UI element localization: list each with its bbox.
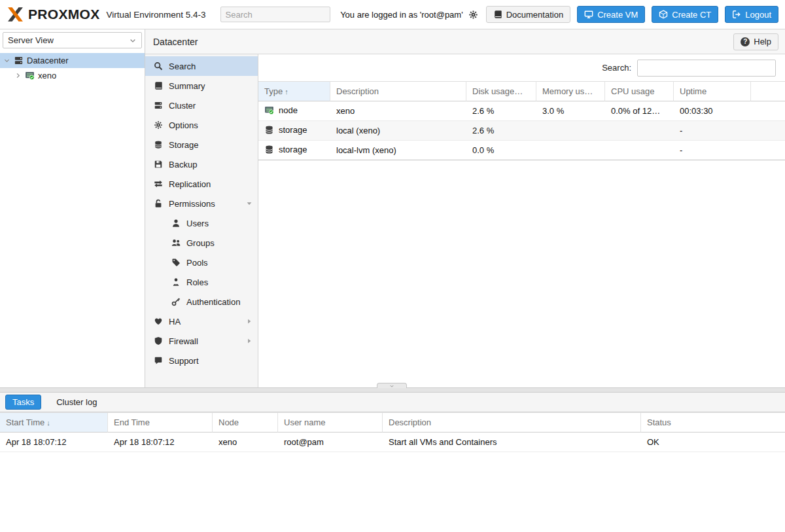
column-header-start-time[interactable]: Start Time ↓ xyxy=(0,412,108,433)
menu-item-label: Users xyxy=(186,219,209,228)
question-circle-icon: ? xyxy=(741,37,750,46)
content-header: Datacenter ? Help xyxy=(145,29,785,54)
resource-row-local-xeno[interactable]: storagelocal (xeno)2.6 %- xyxy=(258,121,785,141)
tasks-table: Start Time ↓End TimeNodeUser nameDescrip… xyxy=(0,412,785,452)
breadcrumb: Datacenter xyxy=(153,37,198,47)
menu-item-ha[interactable]: HA xyxy=(145,311,258,331)
caret-down-icon[interactable] xyxy=(245,200,253,207)
retweet-icon xyxy=(154,179,163,188)
key-icon xyxy=(171,297,181,306)
login-status-text: You are logged in as 'root@pam' xyxy=(340,10,463,20)
expander-icon[interactable] xyxy=(3,57,10,64)
gear-icon xyxy=(154,120,163,130)
menu-item-storage[interactable]: Storage xyxy=(145,135,258,154)
brand-text: PROXMOX xyxy=(28,7,99,22)
menu-item-label: Firewall xyxy=(169,336,198,346)
menu-item-options[interactable]: Options xyxy=(145,115,258,135)
resources-table: Type ↑DescriptionDisk usage…Memory us…CP… xyxy=(258,81,785,160)
menu-item-support[interactable]: Support xyxy=(145,351,258,370)
menu-item-label: Groups xyxy=(186,238,215,248)
book-icon xyxy=(493,10,502,19)
expander-icon[interactable] xyxy=(14,72,22,79)
cube-icon xyxy=(659,10,668,19)
content-panel: Datacenter ? Help Search Summary Cluster… xyxy=(145,29,785,387)
menu-item-pools[interactable]: Pools xyxy=(145,253,258,272)
tasks-header-row: Start Time ↓End TimeNodeUser nameDescrip… xyxy=(0,412,785,433)
column-header-disk-usage[interactable]: Disk usage… xyxy=(466,81,536,101)
menu-item-firewall[interactable]: Firewall xyxy=(145,331,258,351)
help-button[interactable]: ? Help xyxy=(733,33,778,50)
menu-item-replication[interactable]: Replication xyxy=(145,174,258,194)
column-header-uptime[interactable]: Uptime xyxy=(674,81,751,101)
menu-item-summary[interactable]: Summary xyxy=(145,76,258,96)
book-icon xyxy=(154,81,163,90)
storage-icon xyxy=(264,145,274,154)
sign-out-icon xyxy=(732,10,741,19)
column-header-user-name[interactable]: User name xyxy=(278,412,383,433)
sort-asc-icon: ↑ xyxy=(283,88,288,96)
menu-item-label: Replication xyxy=(169,179,211,189)
proxmox-logo-icon xyxy=(7,7,24,22)
tab-tasks[interactable]: Tasks xyxy=(5,395,41,410)
datacenter-icon xyxy=(14,56,24,65)
logout-button[interactable]: Logout xyxy=(725,6,778,23)
view-selector-label: Server View xyxy=(8,35,54,45)
tree-item-label: Datacenter xyxy=(27,56,69,65)
user-settings-gear-icon[interactable] xyxy=(468,10,478,20)
resource-row-local-lvm-xeno[interactable]: storagelocal-lvm (xeno)0.0 %- xyxy=(258,141,785,160)
column-header-status[interactable]: Status xyxy=(641,412,785,433)
menu-item-label: Storage xyxy=(169,140,199,150)
column-header-cpu-usage[interactable]: CPU usage xyxy=(605,81,674,101)
menu-item-backup[interactable]: Backup xyxy=(145,154,258,174)
node-icon xyxy=(25,71,35,80)
sort-desc-icon: ↓ xyxy=(44,419,50,427)
column-header-node[interactable]: Node xyxy=(213,412,278,433)
menu-item-search[interactable]: Search xyxy=(145,56,258,76)
storage-icon xyxy=(264,125,274,135)
column-header-end-time[interactable]: End Time xyxy=(108,412,213,433)
menu-item-label: Pools xyxy=(186,258,208,268)
resource-tree: Datacenter xeno xyxy=(0,53,145,83)
panel-splitter[interactable] xyxy=(0,387,785,393)
tree-item-xeno[interactable]: xeno xyxy=(0,68,145,83)
tab-cluster-log[interactable]: Cluster log xyxy=(49,395,104,410)
global-search-input[interactable] xyxy=(220,7,330,22)
caret-right-icon[interactable] xyxy=(245,317,253,325)
column-header-description[interactable]: Description xyxy=(383,412,641,433)
create-vm-button[interactable]: Create VM xyxy=(577,6,645,23)
column-header-description[interactable]: Description xyxy=(330,81,466,101)
chevron-down-icon xyxy=(129,37,137,44)
menu-item-label: Backup xyxy=(169,160,197,169)
tree-item-datacenter[interactable]: Datacenter xyxy=(0,53,145,68)
config-menu: Search Summary Cluster Options Storage B… xyxy=(145,54,258,387)
filter-search-input[interactable] xyxy=(637,60,776,77)
task-row[interactable]: Apr 18 18:07:12Apr 18 18:07:12xenoroot@p… xyxy=(0,433,785,452)
menu-item-authentication[interactable]: Authentication xyxy=(145,292,258,311)
menu-item-label: Search xyxy=(169,62,196,71)
menu-item-groups[interactable]: Groups xyxy=(145,233,258,253)
floppy-icon xyxy=(154,160,163,169)
menu-item-label: HA xyxy=(169,317,181,327)
menu-item-cluster[interactable]: Cluster xyxy=(145,96,258,115)
heart-icon xyxy=(154,317,163,326)
cluster-icon xyxy=(154,101,163,110)
view-selector-dropdown[interactable]: Server View xyxy=(3,32,142,48)
user-icon xyxy=(171,219,181,228)
documentation-button[interactable]: Documentation xyxy=(486,6,570,23)
top-header: PROXMOX Virtual Environment 5.4-3 You ar… xyxy=(0,0,785,29)
resource-row-xeno[interactable]: nodexeno2.6 %3.0 %0.0% of 12…00:03:30 xyxy=(258,101,785,121)
column-header-memory-us[interactable]: Memory us… xyxy=(536,81,605,101)
node-icon xyxy=(264,105,274,115)
log-panel: TasksCluster log Start Time ↓End TimeNod… xyxy=(0,393,785,532)
resource-tree-panel: Server View Datacenter xeno xyxy=(0,29,145,387)
menu-item-users[interactable]: Users xyxy=(145,213,258,233)
menu-item-roles[interactable]: Roles xyxy=(145,272,258,292)
menu-item-label: Cluster xyxy=(169,101,196,111)
splitter-grip[interactable] xyxy=(377,383,407,388)
menu-item-permissions[interactable]: Permissions xyxy=(145,194,258,213)
column-header-type[interactable]: Type ↑ xyxy=(258,81,330,101)
create-ct-button[interactable]: Create CT xyxy=(652,6,718,23)
db-icon xyxy=(154,140,163,149)
caret-right-icon[interactable] xyxy=(245,337,253,345)
tree-item-label: xeno xyxy=(38,71,56,80)
